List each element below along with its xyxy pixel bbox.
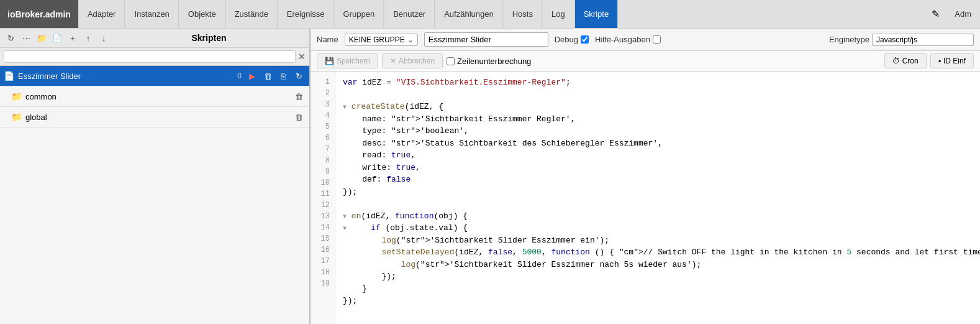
nav-spacer [618,0,925,28]
line-num-1: 1 [311,76,335,88]
code-line-8: write: true, [343,162,973,174]
zeilenunterb-section: Zeilenunterbrechung [447,57,531,66]
folder-common-delete[interactable]: 🗑 [292,90,306,103]
line-num-10: 10 [311,177,335,188]
code-line-10: }); [343,186,973,198]
left-panel: ↻ ⋯ 📁 📄 + ↑ ↓ Skripten ✕ 📄 Esszimmer Sli… [0,29,311,324]
fold-arrow-13[interactable]: ▼ [343,225,347,232]
upload-btn[interactable]: ↑ [81,31,95,45]
dots-btn[interactable]: ⋯ [19,31,33,45]
line-num-8: 8 [311,155,335,166]
line-num-4: 4 [311,110,335,121]
fold-arrow-12[interactable]: ▼ [343,213,347,220]
folder-item-global[interactable]: 📁 global 🗑 [0,107,309,127]
line-num-9: 9 [311,166,335,177]
add-btn[interactable]: + [66,31,79,45]
save-icon: 💾 [325,57,334,65]
folder-common-name: common [25,92,292,101]
code-line-18: } [343,283,973,295]
zeilenunterb-checkbox[interactable] [447,57,455,65]
abort-button[interactable]: ✕ Abbrechen [382,53,443,68]
code-line-4: name: "str">'Sichtbarkeit Esszimmer Regl… [343,113,973,126]
adm-label: Adm [946,0,980,28]
top-nav: ioBroker.admin Adapter Instanzen Objekte… [0,0,980,29]
line-num-17: 17 [311,256,335,267]
file-btn[interactable]: 📄 [50,31,64,45]
line-num-16: 16 [311,244,335,256]
hilfe-section: Hilfe-Ausgaben [595,35,661,44]
fold-arrow-3[interactable]: ▼ [343,104,347,111]
folder-common-icon: 📁 [11,91,22,101]
id-label: ID Einf [943,57,966,65]
cron-label: Cron [902,57,919,65]
code-line-14: log("str">'Sichtbarkeit Slider Esszimmer… [343,234,973,247]
hilfe-checkbox[interactable] [653,35,661,44]
search-clear-icon[interactable]: ✕ [298,52,306,62]
play-btn[interactable]: ▶ [245,69,259,83]
code-line-1: var idEZ = "VIS.Sichtbarkeit.Esszimmer-R… [343,76,973,89]
folder-item-common[interactable]: 📁 common 🗑 [0,86,309,107]
code-line-7: read: true, [343,149,973,162]
tab-gruppen[interactable]: Gruppen [334,0,384,28]
line-num-19: 19 [311,278,335,289]
group-select[interactable]: KEINE GRUPPE ⌄ [345,34,418,46]
script-name-input[interactable] [424,32,548,47]
tab-adapter[interactable]: Adapter [78,0,125,28]
download-btn[interactable]: ↓ [97,31,111,45]
refresh-btn[interactable]: ↻ [4,31,17,45]
edit-icon-btn[interactable]: ✎ [925,0,946,28]
name-label: Name [317,35,338,44]
line-num-6: 6 [311,132,335,144]
script-file-icon: 📄 [4,71,14,81]
cron-icon: ⏱ [892,57,900,65]
line-num-2: 2 [311,88,335,99]
line-numbers: 12345678910111213141516171819 [311,72,335,324]
engine-section: Enginetype [829,34,974,46]
folder-global-actions: 🗑 [292,110,306,124]
code-line-17: }); [343,271,973,283]
code-line-6: desc: "str">'Status Sichtbarkeit des Sch… [343,137,973,150]
group-select-label: KEINE GRUPPE [349,35,405,44]
right-topbar: Name KEINE GRUPPE ⌄ Debug Hilfe-Ausgaben… [311,29,980,51]
delete-btn[interactable]: 🗑 [261,69,274,83]
folder-btn[interactable]: 📁 [35,31,48,45]
debug-checkbox[interactable] [581,35,589,44]
save-label: Speichern [337,57,370,65]
id-button[interactable]: ▪ ID Einf [930,53,974,68]
id-icon: ▪ [938,57,941,65]
tab-ereignisse[interactable]: Ereignisse [278,0,334,28]
code-editor[interactable]: 12345678910111213141516171819 var idEZ =… [311,72,980,324]
abort-icon: ✕ [390,57,396,65]
copy-btn[interactable]: ⎘ [276,69,290,83]
search-bar: ✕ [0,48,309,66]
line-num-15: 15 [311,233,335,244]
enginetype-input[interactable] [872,34,974,46]
enginetype-label: Enginetype [829,35,869,44]
code-content[interactable]: var idEZ = "VIS.Sichtbarkeit.Esszimmer-R… [335,72,980,324]
script-item-esszimmer[interactable]: 📄 Esszimmer Slider 0 ▶ 🗑 ⎘ ↻ [0,66,309,86]
tab-aufzaehlungen[interactable]: Aufzählungen [435,0,503,28]
tab-hosts[interactable]: Hosts [503,0,542,28]
folder-global-delete[interactable]: 🗑 [292,110,306,124]
search-input[interactable] [4,50,296,63]
code-line-2 [343,89,973,101]
line-num-13: 13 [311,211,335,222]
folder-global-icon: 📁 [11,112,22,122]
folder-global-name: global [25,113,292,122]
brand: ioBroker.admin [0,0,78,28]
tab-instanzen[interactable]: Instanzen [125,0,178,28]
save-button[interactable]: 💾 Speichern [317,53,378,68]
tab-objekte[interactable]: Objekte [179,0,225,28]
tab-zustaende[interactable]: Zustände [225,0,278,28]
reload-btn[interactable]: ↻ [292,69,306,83]
tab-skripte[interactable]: Skripte [574,0,618,28]
code-line-5: type: "str">'boolean', [343,125,973,137]
tab-benutzer[interactable]: Benutzer [384,0,435,28]
cron-button[interactable]: ⏱ Cron [884,53,927,68]
code-line-15: setStateDelayed(idEZ, false, 5000, funct… [343,246,973,259]
tab-log[interactable]: Log [542,0,574,28]
line-num-3: 3 [311,99,335,110]
code-line-13: ▼ if (obj.state.val) { [343,222,973,234]
code-line-12: ▼ on(idEZ, function(obj) { [343,210,973,223]
hilfe-label: Hilfe-Ausgaben [595,35,650,44]
